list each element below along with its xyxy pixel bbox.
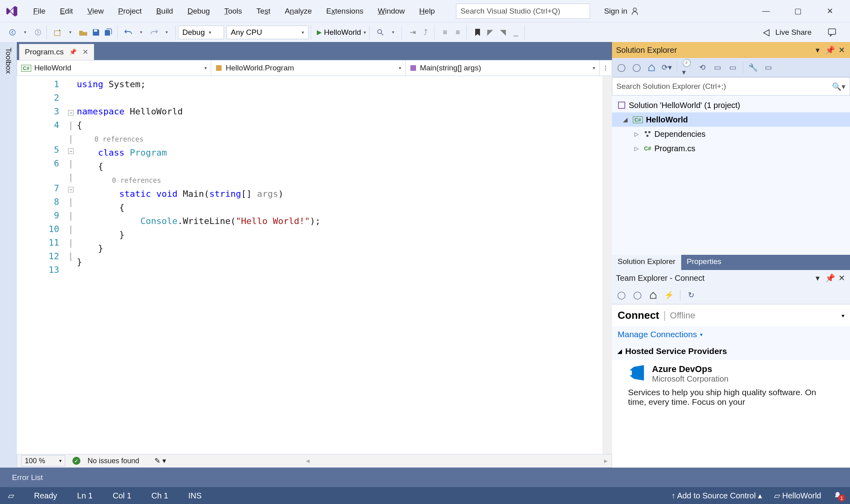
vertical-scrollbar[interactable] (602, 76, 612, 454)
forward-icon[interactable]: ◯ (632, 290, 642, 300)
expand-icon[interactable]: ◢ (623, 116, 630, 123)
close-icon[interactable]: ✕ (837, 273, 846, 283)
solution-tree[interactable]: Solution 'HelloWorld' (1 project) ◢ C# H… (612, 96, 850, 255)
menu-analyze[interactable]: Analyze (278, 4, 319, 18)
fold-gutter[interactable]: − || − || − ||||⌊ (65, 76, 77, 454)
chevron-down-icon[interactable]: ▾ (399, 65, 401, 71)
sync-icon[interactable]: ⟳▾ (662, 62, 672, 73)
manage-connections-link[interactable]: Manage Connections ▾ (612, 326, 850, 342)
open-icon[interactable] (78, 27, 88, 38)
undo-icon[interactable] (123, 27, 134, 38)
chevron-down-icon[interactable]: ▾ (364, 30, 366, 35)
maximize-button[interactable]: ▢ (792, 6, 804, 16)
menu-edit[interactable]: Edit (53, 4, 80, 18)
save-all-icon[interactable] (104, 27, 114, 38)
tree-project[interactable]: ◢ C# HelloWorld (612, 112, 850, 127)
status-project[interactable]: ▱ HelloWorld (774, 491, 821, 500)
pin-icon[interactable]: 📌 (825, 45, 834, 55)
home-icon[interactable] (648, 290, 658, 300)
new-project-icon[interactable] (52, 27, 63, 38)
menu-view[interactable]: View (80, 4, 111, 18)
menu-project[interactable]: Project (111, 4, 149, 18)
source-control-button[interactable]: ↑ Add to Source Control ▴ (671, 491, 762, 500)
plug-icon[interactable]: ⚡ (664, 290, 674, 300)
split-icon[interactable]: ⁝ (600, 60, 612, 76)
close-icon[interactable]: ✕ (837, 45, 846, 55)
nav-forward-icon[interactable] (33, 27, 43, 38)
code-editor[interactable]: 12345678910111213 − || − || − ||||⌊ usin… (17, 76, 612, 454)
live-share-button[interactable]: Live Share (775, 28, 812, 37)
notifications-button[interactable]: 1 (833, 491, 842, 500)
menu-tools[interactable]: Tools (217, 4, 249, 18)
menu-test[interactable]: Test (249, 4, 278, 18)
menu-debug[interactable]: Debug (180, 4, 217, 18)
chevron-down-icon[interactable]: ▾ (842, 312, 844, 319)
menu-file[interactable]: File (26, 4, 53, 18)
run-target[interactable]: HelloWorld (324, 28, 361, 37)
issues-label[interactable]: No issues found (88, 457, 139, 465)
menu-window[interactable]: Window (371, 4, 412, 18)
tree-dependencies[interactable]: ▷ Dependencies (612, 127, 850, 141)
preview-icon[interactable]: ▭ (763, 62, 774, 73)
tree-solution-root[interactable]: Solution 'HelloWorld' (1 project) (612, 98, 850, 112)
home-icon[interactable] (646, 62, 657, 73)
properties-icon[interactable]: 🔧 (748, 62, 758, 73)
close-icon[interactable]: ✕ (82, 48, 88, 56)
pen-icon[interactable]: ✎ ▾ (154, 456, 166, 465)
close-button[interactable]: ✕ (824, 6, 836, 16)
crumb-method[interactable]: Main(string[] args) ▾ (406, 60, 600, 76)
signin-button[interactable]: Sign in (604, 7, 640, 16)
redo-icon[interactable] (149, 27, 159, 38)
code-lens[interactable]: 0 references (77, 176, 161, 184)
back-icon[interactable]: ◯ (616, 62, 626, 73)
team-explorer-header[interactable]: Team Explorer - Connect ▾ 📌 ✕ (612, 270, 850, 286)
menu-build[interactable]: Build (149, 4, 180, 18)
code-content[interactable]: using System; namespace HelloWorld { 0 r… (77, 76, 602, 454)
expand-icon[interactable]: ▷ (634, 131, 641, 137)
tab-properties[interactable]: Properties (681, 255, 727, 270)
code-lens[interactable]: 0 references (77, 135, 144, 143)
h-scroll-left-icon[interactable]: ◂ (306, 456, 310, 465)
zoom-dropdown[interactable]: 100 %▾ (21, 455, 65, 466)
chevron-down-icon[interactable]: ▾ (593, 65, 595, 71)
platform-dropdown[interactable]: Any CPU▾ (226, 26, 308, 39)
tab-solution-explorer[interactable]: Solution Explorer (612, 255, 681, 270)
chevron-down-icon[interactable]: ▾ (813, 273, 822, 283)
tree-file-program-cs[interactable]: ▷ C# Program.cs (612, 141, 850, 156)
feedback-icon[interactable] (828, 28, 838, 37)
save-icon[interactable] (91, 27, 101, 38)
chevron-down-icon[interactable]: ▾ (204, 65, 207, 71)
show-all-icon[interactable]: ▭ (728, 62, 738, 73)
back-icon[interactable]: ◯ (616, 290, 626, 300)
nav-back-icon[interactable] (7, 27, 18, 38)
chevron-down-icon[interactable]: ▾ (20, 27, 30, 38)
expand-icon[interactable]: ▷ (634, 145, 641, 152)
chevron-down-icon[interactable]: ▾ (162, 27, 172, 38)
bookmark-icon[interactable] (472, 27, 483, 38)
crumb-class[interactable]: HelloWorld.Program ▾ (211, 60, 405, 76)
menu-help[interactable]: Help (412, 4, 442, 18)
history-icon[interactable]: 🕘▾ (682, 62, 692, 73)
chevron-down-icon[interactable]: ▾ (136, 27, 146, 38)
crumb-project[interactable]: C# HelloWorld ▾ (17, 60, 211, 76)
find-icon[interactable] (375, 27, 386, 38)
solution-search-input[interactable]: Search Solution Explorer (Ctrl+;) 🔍▾ (612, 77, 850, 96)
menu-extensions[interactable]: Extensions (319, 4, 371, 18)
pin-icon[interactable]: 📌 (825, 273, 834, 283)
config-dropdown[interactable]: Debug▾ (178, 26, 224, 39)
search-input[interactable]: Search Visual Studio (Ctrl+Q) (456, 4, 590, 19)
collapse-icon[interactable]: ▭ (712, 62, 723, 73)
refresh-icon[interactable]: ⟲ (697, 62, 708, 73)
error-list-tab[interactable]: Error List (12, 473, 43, 482)
solution-explorer-header[interactable]: Solution Explorer ▾ 📌 ✕ (612, 42, 850, 58)
chevron-down-icon[interactable]: ▾ (65, 27, 76, 38)
azure-devops-item[interactable]: Azure DevOps Microsoft Corporation (612, 360, 850, 384)
hosted-providers-header[interactable]: ◢ Hosted Service Providers (612, 342, 850, 360)
h-scroll-right-icon[interactable]: ▸ (604, 456, 608, 465)
chevron-down-icon[interactable]: ▾ (388, 27, 398, 38)
collapse-icon[interactable]: ◢ (618, 348, 622, 354)
chevron-down-icon[interactable]: ▾ (813, 45, 822, 55)
toolbox-rail[interactable]: Toolbox (0, 42, 17, 468)
minimize-button[interactable]: — (760, 6, 772, 16)
connect-header[interactable]: Connect | Offline ▾ (612, 304, 850, 326)
